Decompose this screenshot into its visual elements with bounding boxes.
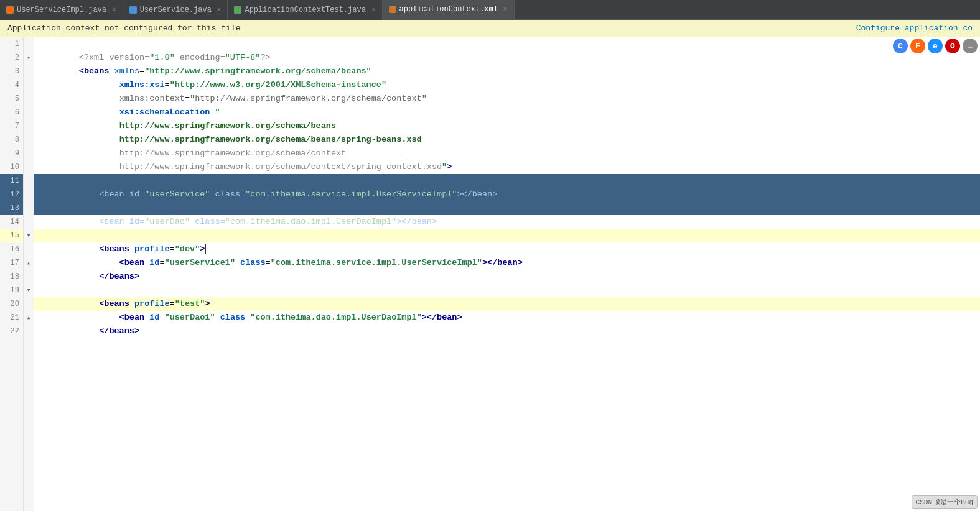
bean-class-attr-20: class [220,313,246,322]
fold-18 [24,270,34,283]
fold-17[interactable]: ▴ [24,256,34,270]
fold-9 [24,147,34,160]
line-num-18: 18 [0,270,23,283]
fold-13 [24,201,34,215]
url-beans-xsd: http://www.springframework.org/schema/be… [119,135,422,144]
browser-icons-panel: C F e O … [893,39,978,53]
url-beans: http://www.springframework.org/schema/be… [119,121,336,131]
bean-close-16: ></bean> [482,258,523,267]
line-num-22: 22 [0,325,23,338]
line-num-7: 7 [0,119,23,133]
code-editor[interactable]: <?xml version="1.0" encoding="UTF-8"?> <… [34,37,980,511]
bean-close-13: ></bean> [396,217,437,226]
fold-10 [24,160,34,174]
bean-class-val-20: "com.itheima.dao.impl.UserDaoImpl" [250,313,421,322]
line-numbers: 1 2 3 4 5 6 7 8 9 10 11 12 13 14 15 16 1… [0,37,24,511]
fold-14 [24,215,34,229]
url-context: http://www.springframework.org/schema/co… [119,149,347,158]
beans-close-15: > [200,244,205,254]
java-interface-icon [129,6,137,14]
tab-applicationContextTest[interactable]: ApplicationContextTest.java × [228,0,382,20]
url-context-xsd: http://www.springframework.org/schema/co… [119,162,442,172]
bean-id-val-20: "userDao1" [165,313,215,322]
fold-20 [24,297,34,311]
line-num-10: 10 [0,160,23,174]
more-browsers-icon[interactable]: … [963,39,978,53]
line-num-12: 12 [0,188,23,201]
bean-id-val-16: "userService1" [165,258,235,267]
fold-6 [24,106,34,119]
editor-area: C F e O … 1 2 3 4 5 6 7 8 9 10 11 12 13 … [0,37,980,511]
code-line-15: <beans profile="dev"> [34,229,980,242]
fold-12 [24,188,34,201]
warning-bar: Application context not configured for t… [0,20,980,37]
bean-id-val-13: "userDao" [144,217,190,226]
fold-7 [24,119,34,133]
close-beans-21: </beans> [79,326,139,336]
code-line-18 [34,270,980,283]
test-file-icon [234,6,241,14]
ide-window: UserServiceImpl.java × UserService.java … [0,0,980,511]
line-num-8: 8 [0,133,23,147]
close-tab-icon[interactable]: × [217,6,222,14]
code-line-13: <bean id="userDao" class="com.itheima.da… [34,201,980,215]
firefox-icon[interactable]: F [910,39,925,53]
xml-declaration: <?xml version="1.0" encoding="UTF-8"?> [79,53,271,62]
close-tab-icon[interactable]: × [503,6,508,13]
beans-tag-19: <beans [79,299,129,308]
bean-tag-11: <bean id= [79,190,144,199]
close-beans-17: </beans> [79,272,139,281]
line-num-1: 1 [0,37,23,51]
fold-2[interactable]: ▾ [24,51,34,65]
line-num-3: 3 [0,65,23,78]
bean-id-attr-16: id [149,258,159,267]
bean-class-attr-11: class= [210,190,245,199]
attr-val-xsi: "http://www.w3.org/2001/XMLSchema-instan… [170,80,386,90]
line-num-2: 2 [0,51,23,65]
fold-8 [24,133,34,147]
tab-applicationContext[interactable]: applicationContext.xml × [383,0,515,20]
fold-19[interactable]: ▾ [24,283,34,297]
fold-16 [24,242,34,256]
bean-tag-16: <bean [79,258,144,267]
chrome-icon[interactable]: C [893,39,908,53]
tab-label: UserServiceImpl.java [17,6,106,14]
line-num-19: 19 [0,283,23,297]
text-cursor [205,244,206,254]
ie-icon[interactable]: e [928,39,943,53]
profile-val-19: "test" [175,299,205,308]
configure-link[interactable]: Configure application co [856,24,973,33]
attr-schema-loc: xsi:schemaLocation [119,108,210,117]
close-tab-icon[interactable]: × [112,6,116,14]
fold-1 [24,37,34,51]
tab-userServiceImpl[interactable]: UserServiceImpl.java × [0,0,123,20]
profile-attr-19: profile [134,299,170,308]
line-num-21: 21 [0,311,23,325]
line-num-6: 6 [0,106,23,119]
line-num-16: 16 [0,242,23,256]
attr-val-schema-start: " [215,108,220,117]
close-tab-icon[interactable]: × [371,6,376,14]
line-num-14: 14 [0,215,23,229]
tab-label: applicationContext.xml [399,5,498,14]
fold-22 [24,325,34,338]
fold-3 [24,65,34,78]
tab-userService[interactable]: UserService.java × [123,0,228,20]
opera-icon[interactable]: O [945,39,960,53]
line-num-5: 5 [0,92,23,106]
tag-beans-open: <beans [79,67,110,76]
line-num-17: 17 [0,256,23,270]
bean-close-11: ></bean> [457,190,497,199]
code-line-1: <?xml version="1.0" encoding="UTF-8"?> [34,37,980,51]
bean-id-attr-20: id [149,313,159,322]
bean-class-attr-16: class [240,258,266,267]
line-num-20: 20 [0,297,23,311]
bean-class-attr-13: class= [190,217,225,226]
fold-column: ▾ ▾ ▴ ▾ ▴ [24,37,34,511]
fold-15[interactable]: ▾ [24,229,34,242]
code-line-22 [34,325,980,338]
profile-val-15: "dev" [175,244,200,254]
warning-text: Application context not configured for t… [7,24,240,33]
xml-file-icon [389,6,396,13]
fold-21[interactable]: ▴ [24,311,34,325]
